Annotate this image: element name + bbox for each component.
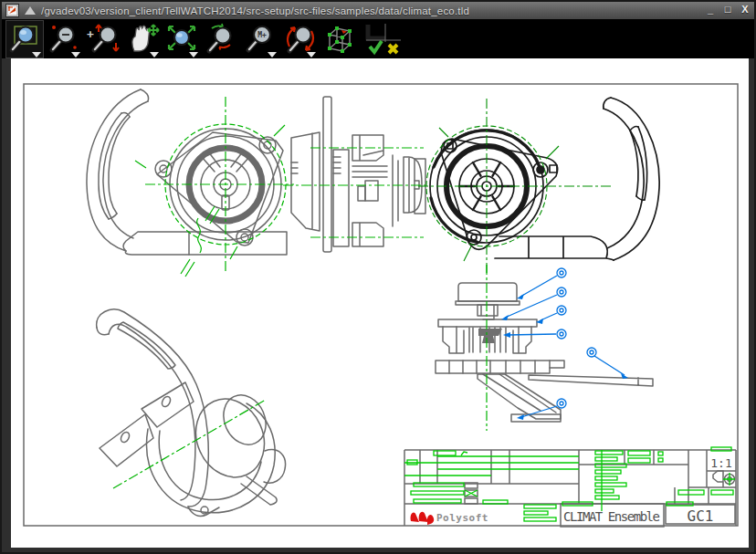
zoom-in-out-icon: + — [86, 23, 121, 56]
zoom-in-out-button[interactable]: + — [85, 21, 121, 57]
zoom-memory-icon: M+ — [244, 23, 277, 56]
drawing-canvas[interactable]: Polysoft 1:1 CLIMAT Ensemble GC1 — [11, 58, 749, 548]
toolbar: + — [2, 19, 756, 58]
polysoft-logo-icon — [411, 512, 435, 525]
dropdown-arrow-icon[interactable] — [307, 52, 316, 57]
rotate-view-icon — [281, 23, 318, 56]
zoom-out-button[interactable] — [46, 21, 82, 57]
view-exploded — [436, 283, 653, 422]
dropdown-arrow-icon[interactable] — [32, 52, 41, 57]
drawing-sheet: Polysoft 1:1 CLIMAT Ensemble GC1 — [11, 58, 749, 548]
drawing-code: GC1 — [688, 507, 714, 525]
window-title: /gvadev03/version_client/TellWATCH2014/s… — [41, 5, 699, 16]
drawing-title: CLIMAT Ensemble — [563, 509, 660, 524]
svg-text:M+: M+ — [257, 31, 267, 39]
view-isometric — [97, 309, 286, 517]
zoom-extents-button[interactable] — [163, 21, 200, 57]
app-icon — [5, 4, 19, 17]
cube-3d-icon — [321, 23, 356, 56]
dropdown-arrow-icon[interactable] — [150, 52, 159, 57]
zoom-previous-icon — [204, 23, 238, 56]
dropdown-arrow-icon[interactable] — [268, 52, 277, 57]
zoom-out-icon — [47, 23, 80, 56]
pan-button[interactable] — [124, 21, 161, 57]
view-3d-cube-button[interactable] — [320, 21, 357, 57]
validate-cancel-button[interactable] — [360, 21, 405, 57]
sheet-border — [24, 84, 738, 526]
view-side — [291, 97, 425, 252]
shade-triangle-icon — [25, 6, 36, 15]
check-icon — [370, 41, 382, 52]
title-block: Polysoft 1:1 CLIMAT Ensemble GC1 — [404, 447, 736, 527]
validate-cancel-icon — [361, 22, 404, 57]
company-name: Polysoft — [436, 512, 488, 524]
zoom-memory-button[interactable]: M+ — [242, 21, 278, 57]
dropdown-arrow-icon[interactable] — [71, 52, 80, 57]
zoom-window-button[interactable] — [6, 21, 43, 57]
maximize-button[interactable]: □ — [720, 4, 735, 17]
zoom-extents-icon — [165, 23, 198, 56]
pan-hand-icon — [125, 23, 160, 56]
scale-value: 1:1 — [710, 456, 731, 470]
cancel-x-icon — [389, 45, 397, 53]
rotate-view-button[interactable] — [281, 21, 318, 57]
zoom-previous-button[interactable] — [203, 21, 239, 57]
close-button[interactable]: X — [738, 4, 752, 17]
app-window: /gvadev03/version_client/TellWATCH2014/s… — [0, 0, 756, 554]
view-front-left — [87, 89, 287, 255]
minimize-button[interactable]: _ — [703, 4, 718, 17]
svg-text:+: + — [87, 27, 94, 41]
shade-button[interactable] — [23, 5, 37, 16]
window-controls: _ □ X — [703, 4, 752, 17]
zoom-window-icon — [8, 23, 41, 56]
view-front-right — [430, 98, 659, 260]
title-bar[interactable]: /gvadev03/version_client/TellWATCH2014/s… — [2, 2, 756, 19]
dropdown-arrow-icon[interactable] — [189, 52, 198, 57]
